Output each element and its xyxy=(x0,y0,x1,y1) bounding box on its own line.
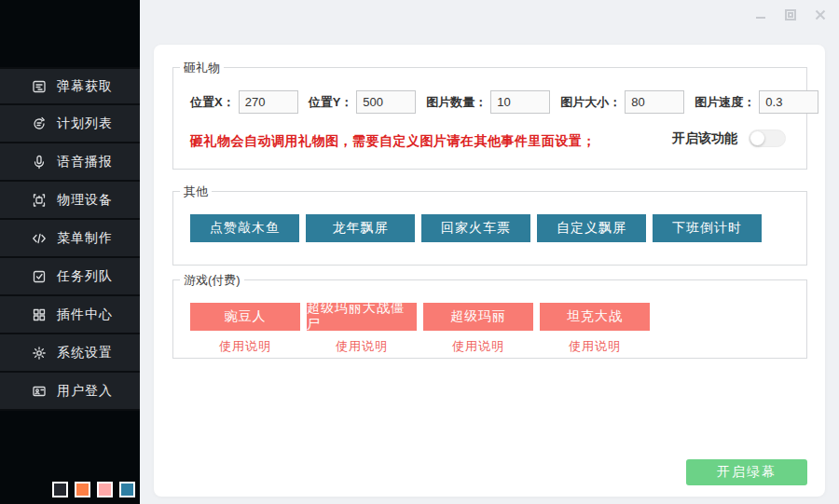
theme-swatch-teal[interactable] xyxy=(119,482,135,497)
minimize-button[interactable] xyxy=(753,7,768,22)
gift-smash-group: 砸礼物 位置X： 位置Y： 图片数量： 图片大小： xyxy=(172,67,807,170)
home-train-ticket-button[interactable]: 回家火车票 xyxy=(421,214,530,242)
game-column: 超级玛丽 使用说明 xyxy=(423,303,533,355)
mario-vs-zombies-game-button[interactable]: 超级玛丽大战僵尸 xyxy=(307,303,417,331)
sidebar-item-label: 物理设备 xyxy=(57,192,113,209)
image-speed-field: 图片速度： xyxy=(695,90,818,114)
sidebar-item-label: 插件中心 xyxy=(57,306,113,323)
sidebar-item-label: 用户登入 xyxy=(57,383,113,400)
theme-color-palette xyxy=(52,482,135,497)
sidebar-menu: 弹幕获取 计划列表 语音播报 物理设备 菜单制作 xyxy=(0,67,140,411)
sidebar-item-plan-list[interactable]: 计划列表 xyxy=(0,105,140,143)
enable-feature-row: 开启该功能 xyxy=(672,129,786,147)
sidebar-item-label: 语音播报 xyxy=(57,154,113,170)
sidebar-item-label: 弹幕获取 xyxy=(57,78,113,95)
dragon-year-float-button[interactable]: 龙年飘屏 xyxy=(306,214,415,242)
sidebar-item-label: 任务列队 xyxy=(57,268,113,285)
game-column: 超级玛丽大战僵尸 使用说明 xyxy=(307,303,417,355)
plan-refresh-icon xyxy=(31,116,48,132)
green-screen-button[interactable]: 开启绿幕 xyxy=(686,459,807,485)
position-y-input[interactable] xyxy=(356,90,416,114)
games-buttons-row: 豌豆人 使用说明 超级玛丽大战僵尸 使用说明 超级玛丽 使用说明 坦克大战 使用… xyxy=(190,303,656,355)
group-legend: 游戏(付费) xyxy=(180,272,244,289)
game-column: 坦克大战 使用说明 xyxy=(540,303,650,355)
other-buttons-row: 点赞敲木鱼 龙年飘屏 回家火车票 自定义飘屏 下班倒计时 xyxy=(190,214,762,242)
sidebar-item-system-settings[interactable]: 系统设置 xyxy=(0,334,140,373)
usage-help-link[interactable]: 使用说明 xyxy=(336,338,388,355)
usage-help-link[interactable]: 使用说明 xyxy=(219,338,271,355)
games-paid-group: 游戏(付费) 豌豆人 使用说明 超级玛丽大战僵尸 使用说明 超级玛丽 使用说明 … xyxy=(172,279,807,359)
tank-battle-game-button[interactable]: 坦克大战 xyxy=(540,303,650,331)
sidebar-item-label: 菜单制作 xyxy=(57,230,113,247)
task-checkbox-icon xyxy=(31,268,48,285)
enable-feature-label: 开启该功能 xyxy=(672,130,737,147)
user-card-icon xyxy=(31,383,48,400)
toggle-knob xyxy=(750,131,764,145)
custom-float-button[interactable]: 自定义飘屏 xyxy=(537,214,646,242)
maximize-button[interactable] xyxy=(783,7,798,22)
image-speed-label: 图片速度： xyxy=(695,94,755,111)
main-area: 砸礼物 位置X： 位置Y： 图片数量： 图片大小： xyxy=(140,0,839,504)
image-count-field: 图片数量： xyxy=(426,90,550,114)
image-size-field: 图片大小： xyxy=(560,90,684,114)
image-count-input[interactable] xyxy=(490,90,550,114)
close-button[interactable] xyxy=(813,7,828,22)
gift-settings-row: 位置X： 位置Y： 图片数量： 图片大小： 图片速度： xyxy=(190,90,797,114)
danmaku-panel-icon xyxy=(31,78,48,95)
content-card: 砸礼物 位置X： 位置Y： 图片数量： 图片大小： xyxy=(154,45,825,497)
sidebar-item-label: 计划列表 xyxy=(57,116,113,132)
usage-help-link[interactable]: 使用说明 xyxy=(452,338,504,355)
group-legend: 其他 xyxy=(180,184,212,200)
code-icon xyxy=(31,230,48,247)
sidebar-item-plugin-center[interactable]: 插件中心 xyxy=(0,296,140,334)
sidebar: 弹幕获取 计划列表 语音播报 物理设备 菜单制作 xyxy=(0,0,140,504)
theme-swatch-orange[interactable] xyxy=(75,482,90,497)
enable-feature-toggle[interactable] xyxy=(749,129,786,147)
image-count-label: 图片数量： xyxy=(426,94,487,111)
image-speed-input[interactable] xyxy=(759,90,818,114)
theme-swatch-pink[interactable] xyxy=(97,482,113,497)
gear-icon xyxy=(31,345,48,361)
group-legend: 砸礼物 xyxy=(180,60,224,76)
off-work-countdown-button[interactable]: 下班倒计时 xyxy=(653,214,762,242)
super-mario-game-button[interactable]: 超级玛丽 xyxy=(423,303,533,331)
position-x-label: 位置X： xyxy=(190,94,235,111)
gift-note-text: 砸礼物会自动调用礼物图，需要自定义图片请在其他事件里面设置； xyxy=(190,133,596,150)
sidebar-item-voice-broadcast[interactable]: 语音播报 xyxy=(0,143,140,182)
position-x-field: 位置X： xyxy=(190,90,298,114)
game-column: 豌豆人 使用说明 xyxy=(190,303,300,355)
sidebar-item-danmu-capture[interactable]: 弹幕获取 xyxy=(0,67,140,105)
theme-swatch-dark[interactable] xyxy=(52,482,68,497)
microphone-icon xyxy=(31,154,48,170)
sidebar-item-user-login[interactable]: 用户登入 xyxy=(0,373,140,411)
sidebar-item-label: 系统设置 xyxy=(57,345,113,361)
position-x-input[interactable] xyxy=(239,90,298,114)
window-controls xyxy=(753,7,828,22)
other-group: 其他 点赞敲木鱼 龙年飘屏 回家火车票 自定义飘屏 下班倒计时 xyxy=(172,191,807,266)
sidebar-item-physical-device[interactable]: 物理设备 xyxy=(0,182,140,220)
image-size-input[interactable] xyxy=(625,90,684,114)
pea-man-game-button[interactable]: 豌豆人 xyxy=(190,303,300,331)
sidebar-item-task-queue[interactable]: 任务列队 xyxy=(0,258,140,296)
position-y-field: 位置Y： xyxy=(309,90,417,114)
like-woodfish-button[interactable]: 点赞敲木鱼 xyxy=(190,214,299,242)
position-y-label: 位置Y： xyxy=(309,94,353,111)
sidebar-item-menu-maker[interactable]: 菜单制作 xyxy=(0,220,140,258)
image-size-label: 图片大小： xyxy=(560,94,621,111)
usage-help-link[interactable]: 使用说明 xyxy=(569,338,621,355)
device-icon xyxy=(31,192,48,209)
plugin-grid-icon xyxy=(31,306,48,323)
